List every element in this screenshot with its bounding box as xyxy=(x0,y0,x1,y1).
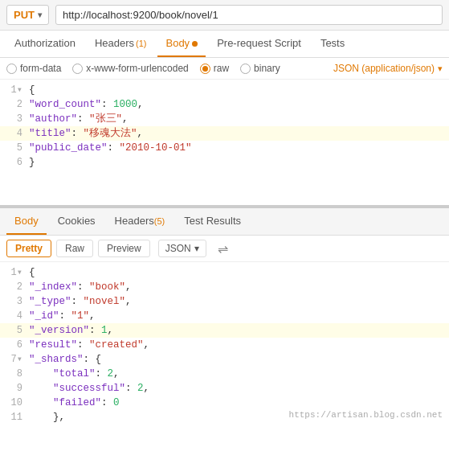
req-line-5: 5 "public_date": "2010-10-01" xyxy=(0,141,449,155)
method-dropdown[interactable]: PUT ▾ xyxy=(6,5,49,25)
resp-tab-headers[interactable]: Headers(5) xyxy=(107,208,173,235)
resp-tab-cookies[interactable]: Cookies xyxy=(50,208,104,235)
watermark: https://artisan.blog.csdn.net xyxy=(289,410,443,420)
format-selector[interactable]: JSON ▾ xyxy=(158,240,206,257)
response-section: Body Cookies Headers(5) Test Results Pre… xyxy=(0,208,449,423)
request-body-editor[interactable]: 1▾ { 2 "word_count": 1000, 3 "author": "… xyxy=(0,80,449,208)
resp-line-9: 9 "successful": 2, xyxy=(0,381,449,396)
binary-radio[interactable] xyxy=(240,64,251,74)
body-dot xyxy=(192,41,198,47)
method-label: PUT xyxy=(14,9,35,21)
request-bar: PUT ▾ xyxy=(0,0,449,31)
resp-line-7: 7▾ "_shards": { xyxy=(0,352,449,367)
form-data-option[interactable]: form-data xyxy=(6,63,61,74)
preview-button[interactable]: Preview xyxy=(98,240,150,257)
resp-line-1: 1▾ { xyxy=(0,265,449,280)
tab-tests[interactable]: Tests xyxy=(312,31,353,57)
resp-line-8: 8 "total": 2, xyxy=(0,367,449,381)
raw-option[interactable]: raw xyxy=(200,63,229,74)
method-chevron-icon: ▾ xyxy=(38,10,42,19)
resp-line-2: 2 "_index": "book", xyxy=(0,280,449,294)
urlencoded-option[interactable]: x-www-form-urlencoded xyxy=(72,63,188,74)
request-tabs: Authorization Headers(1) Body Pre-reques… xyxy=(0,31,449,58)
pretty-button[interactable]: Pretty xyxy=(6,240,51,257)
resp-line-4: 4 "_id": "1", xyxy=(0,309,449,323)
content-type-chevron-icon: ▾ xyxy=(438,64,443,74)
format-chevron-icon: ▾ xyxy=(194,243,199,254)
urlencoded-radio[interactable] xyxy=(72,64,83,74)
resp-line-3: 3 "_type": "novel", xyxy=(0,294,449,309)
response-body-viewer: 1▾ { 2 "_index": "book", 3 "_type": "nov… xyxy=(0,262,449,423)
binary-option[interactable]: binary xyxy=(240,63,280,74)
tab-body[interactable]: Body xyxy=(157,31,206,57)
raw-button[interactable]: Raw xyxy=(56,240,93,257)
resp-tab-body[interactable]: Body xyxy=(6,208,47,235)
req-line-3: 3 "author": "张三", xyxy=(0,112,449,126)
resp-line-6: 6 "result": "created", xyxy=(0,338,449,352)
req-line-2: 2 "word_count": 1000, xyxy=(0,97,449,112)
form-data-radio[interactable] xyxy=(6,64,17,74)
req-line-4: 4 "title": "移魂大法", xyxy=(0,126,449,141)
resp-line-5: 5 "_version": 1, xyxy=(0,323,449,338)
resp-tab-test-results[interactable]: Test Results xyxy=(176,208,249,235)
raw-radio[interactable] xyxy=(200,64,210,74)
response-tabs: Body Cookies Headers(5) Test Results xyxy=(0,208,449,236)
resp-line-10: 10 "failed": 0 xyxy=(0,396,449,410)
req-line-6: 6 } xyxy=(0,155,449,170)
req-line-1: 1▾ { xyxy=(0,83,449,97)
url-input[interactable] xyxy=(55,5,443,25)
content-type-selector[interactable]: JSON (application/json) ▾ xyxy=(333,63,443,74)
body-options: form-data x-www-form-urlencoded raw bina… xyxy=(0,58,449,80)
tab-prerequest[interactable]: Pre-request Script xyxy=(209,31,309,57)
tab-headers[interactable]: Headers(1) xyxy=(87,31,155,57)
format-options: Pretty Raw Preview JSON ▾ ⇌ xyxy=(0,236,449,262)
tab-authorization[interactable]: Authorization xyxy=(6,31,84,57)
filter-icon[interactable]: ⇌ xyxy=(218,241,228,256)
